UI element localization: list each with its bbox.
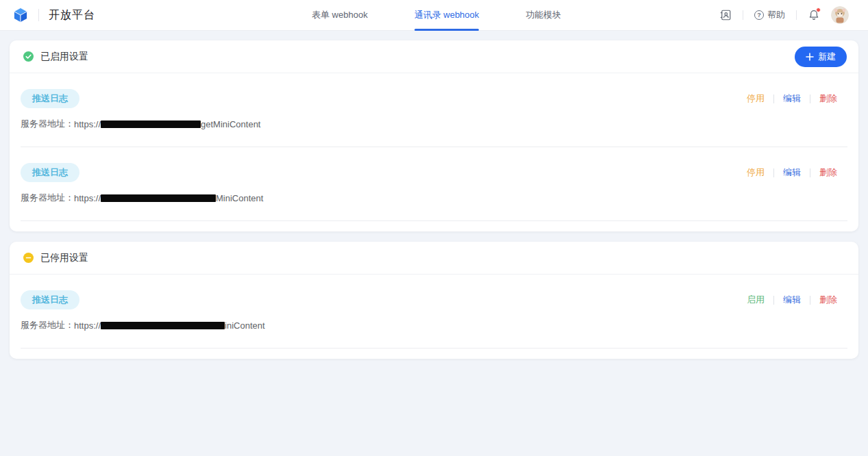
webhook-row: 推送日志 停用 编辑 删除 服务器地址： https:// getMiniCon… xyxy=(10,73,858,147)
webhook-row: 推送日志 停用 编辑 删除 服务器地址： https:// MiniConten… xyxy=(10,147,858,221)
help-button[interactable]: ? 帮助 xyxy=(754,9,785,21)
url-suffix: MiniContent xyxy=(216,193,263,203)
disable-action[interactable]: 停用 xyxy=(747,166,765,179)
address-book-icon[interactable] xyxy=(719,9,732,21)
redacted-url-segment xyxy=(101,322,225,329)
plus-icon xyxy=(806,53,814,61)
url-prefix: https:// xyxy=(74,193,101,203)
row-actions: 停用 编辑 删除 xyxy=(747,92,847,105)
action-divider xyxy=(810,94,810,103)
create-button[interactable]: 新建 xyxy=(795,47,847,67)
user-avatar[interactable] xyxy=(831,6,849,24)
tab-function-modules[interactable]: 功能模块 xyxy=(525,0,561,30)
edit-action[interactable]: 编辑 xyxy=(783,294,801,306)
redacted-url-segment xyxy=(101,194,216,202)
nav-divider xyxy=(796,10,797,20)
server-address: 服务器地址： https:// getMiniContent xyxy=(21,118,847,130)
check-circle-icon xyxy=(23,51,34,62)
server-address-label: 服务器地址： xyxy=(21,192,74,204)
delete-action[interactable]: 删除 xyxy=(819,92,837,105)
edit-action[interactable]: 编辑 xyxy=(783,166,801,179)
action-divider xyxy=(773,94,774,103)
row-actions: 停用 编辑 删除 xyxy=(747,166,847,179)
url-prefix: https:// xyxy=(74,320,101,331)
tab-label: 功能模块 xyxy=(525,9,561,21)
tab-label: 表单 webhook xyxy=(312,9,368,21)
push-log-tag[interactable]: 推送日志 xyxy=(21,290,79,309)
action-divider xyxy=(810,168,810,177)
card-header: 已启用设置 新建 xyxy=(10,40,858,73)
row-divider xyxy=(21,220,847,221)
enabled-settings-card: 已启用设置 新建 推送日志 停用 编辑 删除 服务器 xyxy=(10,40,858,231)
webhook-row: 推送日志 启用 编辑 删除 服务器地址： https:// iniContent xyxy=(10,275,858,349)
notification-bell-icon[interactable] xyxy=(808,9,820,21)
unread-dot xyxy=(816,8,821,12)
action-divider xyxy=(773,168,774,177)
edit-action[interactable]: 编辑 xyxy=(783,92,801,105)
enable-action[interactable]: 启用 xyxy=(747,294,765,306)
main-nav-tabs: 表单 webhook 通讯录 webhook 功能模块 xyxy=(312,0,561,30)
push-log-tag[interactable]: 推送日志 xyxy=(21,163,79,182)
push-log-tag[interactable]: 推送日志 xyxy=(21,89,79,108)
action-divider xyxy=(810,296,810,305)
card-header: 已停用设置 xyxy=(10,242,858,275)
brand-divider xyxy=(38,9,39,21)
section-title: 已停用设置 xyxy=(40,252,88,264)
action-divider xyxy=(773,296,774,305)
tab-contacts-webhook[interactable]: 通讯录 webhook xyxy=(414,0,480,30)
delete-action[interactable]: 删除 xyxy=(819,294,837,306)
section-title: 已启用设置 xyxy=(40,51,88,63)
tab-label: 通讯录 webhook xyxy=(414,9,480,21)
navbar-right-cluster: ? 帮助 xyxy=(719,6,849,24)
disabled-settings-card: 已停用设置 推送日志 启用 编辑 删除 服务器地址： https:// iniC… xyxy=(10,242,858,359)
help-label: 帮助 xyxy=(767,9,785,21)
server-address-label: 服务器地址： xyxy=(21,118,74,130)
create-button-label: 新建 xyxy=(818,51,836,63)
disable-action[interactable]: 停用 xyxy=(747,92,765,105)
nav-divider xyxy=(743,10,743,20)
row-divider xyxy=(21,348,847,349)
server-address: 服务器地址： https:// iniContent xyxy=(21,319,847,331)
tab-form-webhook[interactable]: 表单 webhook xyxy=(312,0,368,30)
question-circle-icon: ? xyxy=(754,10,764,20)
redacted-url-segment xyxy=(101,121,201,128)
app-title: 开放平台 xyxy=(49,8,95,23)
url-prefix: https:// xyxy=(74,119,101,129)
main-content: 已启用设置 新建 推送日志 停用 编辑 删除 服务器 xyxy=(0,31,868,379)
server-address-label: 服务器地址： xyxy=(21,319,74,331)
top-navbar: 开放平台 表单 webhook 通讯录 webhook 功能模块 ? 帮助 xyxy=(0,0,868,31)
minus-circle-icon xyxy=(23,253,34,263)
server-address: 服务器地址： https:// MiniContent xyxy=(21,192,847,204)
url-suffix: iniContent xyxy=(225,320,265,331)
brand[interactable]: 开放平台 xyxy=(12,7,95,23)
cube-logo-icon xyxy=(12,7,29,23)
row-actions: 启用 编辑 删除 xyxy=(747,294,847,306)
delete-action[interactable]: 删除 xyxy=(819,166,837,179)
url-suffix: getMiniContent xyxy=(201,119,260,129)
